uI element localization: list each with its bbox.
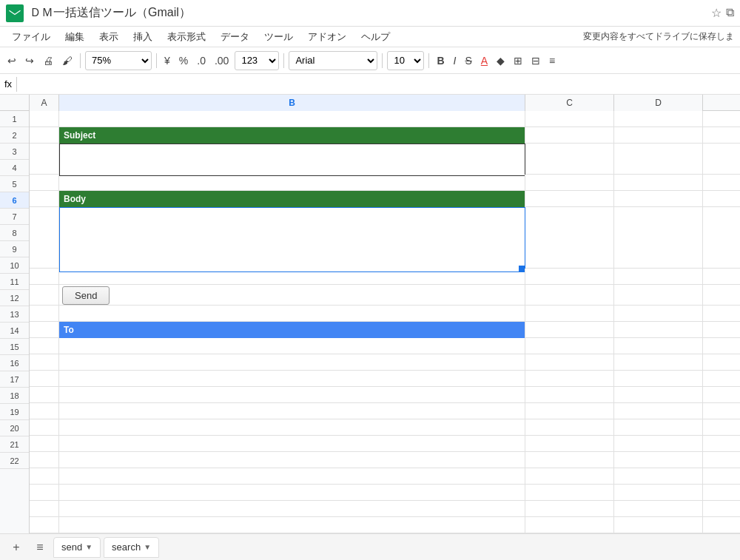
decimal00-button[interactable]: .00 bbox=[212, 53, 232, 68]
row-num-6[interactable]: 6 bbox=[0, 192, 29, 209]
cell-b9[interactable] bbox=[59, 306, 525, 322]
cell-a8[interactable] bbox=[30, 285, 59, 305]
tab-send[interactable]: send ▼ bbox=[53, 537, 101, 558]
menu-file[interactable]: ファイル bbox=[6, 29, 56, 45]
cell-b10[interactable]: To bbox=[59, 322, 525, 338]
format-select[interactable]: 123 bbox=[235, 51, 279, 70]
cell-b4[interactable] bbox=[59, 175, 525, 191]
more-options-button[interactable]: ≡ bbox=[546, 53, 558, 68]
fontsize-select[interactable]: 10 bbox=[387, 51, 424, 70]
cell-c15[interactable] bbox=[525, 403, 614, 419]
row-num-7[interactable]: 7 bbox=[0, 209, 29, 225]
decimal0-button[interactable]: .0 bbox=[194, 53, 209, 68]
cell-d6[interactable] bbox=[614, 207, 703, 268]
cell-d16[interactable] bbox=[614, 419, 703, 436]
print-button[interactable]: 🖨 bbox=[40, 53, 56, 68]
copy-icon[interactable]: ⧉ bbox=[726, 6, 734, 20]
cell-a19[interactable] bbox=[30, 468, 59, 485]
row-num-5[interactable]: 5 bbox=[0, 176, 29, 192]
cell-d1[interactable] bbox=[614, 111, 703, 127]
row-num-20[interactable]: 20 bbox=[0, 420, 29, 436]
menu-help[interactable]: ヘルプ bbox=[355, 29, 396, 45]
row-num-2[interactable]: 2 bbox=[0, 127, 29, 144]
strikethrough-button[interactable]: S bbox=[462, 53, 474, 68]
cell-a18[interactable] bbox=[30, 452, 59, 468]
cell-c18[interactable] bbox=[525, 452, 614, 468]
cell-d21[interactable] bbox=[614, 501, 703, 517]
cell-b3-subject-body[interactable] bbox=[59, 144, 525, 176]
cell-b2[interactable]: Subject bbox=[59, 127, 525, 144]
cell-d2[interactable] bbox=[614, 127, 703, 144]
cell-b14[interactable] bbox=[59, 387, 525, 403]
cell-b21[interactable] bbox=[59, 501, 525, 517]
tab-send-dropdown[interactable]: ▼ bbox=[85, 543, 92, 551]
cell-a17[interactable] bbox=[30, 436, 59, 452]
cell-a22[interactable] bbox=[30, 517, 59, 533]
cell-a7[interactable] bbox=[30, 269, 59, 285]
col-header-c[interactable]: C bbox=[525, 95, 614, 111]
cell-b17[interactable] bbox=[59, 436, 525, 452]
row-num-1[interactable]: 1 bbox=[0, 111, 29, 127]
row-num-17[interactable]: 17 bbox=[0, 371, 29, 388]
row-num-15[interactable]: 15 bbox=[0, 339, 29, 355]
cell-d19[interactable] bbox=[614, 468, 703, 485]
cell-d8[interactable] bbox=[614, 285, 703, 305]
cell-a16[interactable] bbox=[30, 419, 59, 436]
cell-c12[interactable] bbox=[525, 354, 614, 371]
menu-tools[interactable]: ツール bbox=[258, 29, 299, 45]
cell-d12[interactable] bbox=[614, 354, 703, 371]
percent-button[interactable]: % bbox=[176, 53, 191, 68]
menu-format[interactable]: 表示形式 bbox=[161, 29, 212, 45]
cell-d17[interactable] bbox=[614, 436, 703, 452]
row-num-9[interactable]: 9 bbox=[0, 241, 29, 257]
tab-search-dropdown[interactable]: ▼ bbox=[144, 543, 151, 551]
cell-a12[interactable] bbox=[30, 354, 59, 371]
cell-a9[interactable] bbox=[30, 306, 59, 322]
cell-c2[interactable] bbox=[525, 127, 614, 144]
cell-c5[interactable] bbox=[525, 191, 614, 207]
redo-button[interactable]: ↪ bbox=[22, 53, 37, 68]
borders-button[interactable]: ⊞ bbox=[511, 53, 525, 68]
cell-b7[interactable] bbox=[59, 269, 525, 285]
cell-b12[interactable] bbox=[59, 354, 525, 371]
cell-d20[interactable] bbox=[614, 485, 703, 501]
sheet-list-button[interactable]: ≡ bbox=[30, 537, 50, 558]
cell-d14[interactable] bbox=[614, 387, 703, 403]
cell-c20[interactable] bbox=[525, 485, 614, 501]
row-num-11[interactable]: 11 bbox=[0, 274, 29, 290]
tab-search[interactable]: search ▼ bbox=[104, 537, 159, 558]
cell-c6[interactable] bbox=[525, 207, 614, 268]
menu-edit[interactable]: 編集 bbox=[59, 29, 90, 45]
cell-d22[interactable] bbox=[614, 517, 703, 533]
cell-d13[interactable] bbox=[614, 371, 703, 387]
send-button[interactable]: Send bbox=[62, 286, 110, 305]
undo-button[interactable]: ↩ bbox=[4, 53, 19, 68]
cell-b18[interactable] bbox=[59, 452, 525, 468]
add-sheet-button[interactable]: + bbox=[6, 537, 27, 558]
row-num-13[interactable]: 13 bbox=[0, 306, 29, 323]
cell-d4[interactable] bbox=[614, 175, 703, 191]
zoom-select[interactable]: 75% bbox=[85, 51, 152, 70]
cell-c7[interactable] bbox=[525, 269, 614, 285]
cell-a20[interactable] bbox=[30, 485, 59, 501]
cell-c3[interactable] bbox=[525, 144, 614, 174]
cell-a6[interactable] bbox=[30, 207, 59, 268]
cell-c21[interactable] bbox=[525, 501, 614, 517]
cell-d5[interactable] bbox=[614, 191, 703, 207]
cell-c19[interactable] bbox=[525, 468, 614, 485]
cell-a21[interactable] bbox=[30, 501, 59, 517]
cell-d15[interactable] bbox=[614, 403, 703, 419]
row-num-16[interactable]: 16 bbox=[0, 355, 29, 371]
star-icon[interactable]: ☆ bbox=[711, 6, 722, 20]
cell-a2[interactable] bbox=[30, 127, 59, 144]
cell-c22[interactable] bbox=[525, 517, 614, 533]
paint-button[interactable]: 🖌 bbox=[59, 53, 75, 68]
cell-c9[interactable] bbox=[525, 306, 614, 322]
menu-insert[interactable]: 挿入 bbox=[127, 29, 158, 45]
menu-data[interactable]: データ bbox=[215, 29, 255, 45]
cell-a15[interactable] bbox=[30, 403, 59, 419]
cell-c11[interactable] bbox=[525, 338, 614, 354]
cell-a3[interactable] bbox=[30, 144, 59, 174]
cell-b22[interactable] bbox=[59, 517, 525, 533]
font-select[interactable]: Arial bbox=[289, 51, 377, 70]
